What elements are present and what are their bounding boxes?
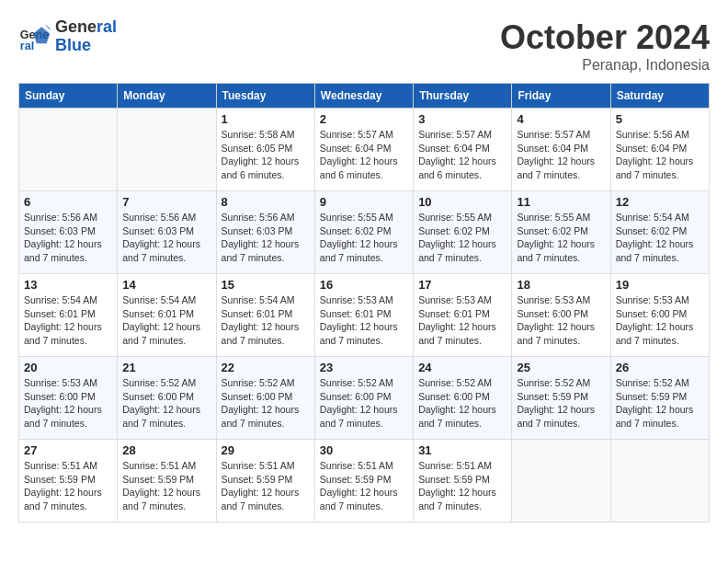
calendar-header-row: SundayMondayTuesdayWednesdayThursdayFrid… [19,84,710,109]
logo-line2: Blue [55,37,117,55]
day-number: 9 [320,195,408,209]
day-number: 5 [616,112,704,126]
week-row-3: 13Sunrise: 5:54 AM Sunset: 6:01 PM Dayli… [19,274,710,357]
day-detail: Sunrise: 5:55 AM Sunset: 6:02 PM Dayligh… [418,211,506,265]
day-detail: Sunrise: 5:52 AM Sunset: 6:00 PM Dayligh… [122,376,210,431]
day-detail: Sunrise: 5:52 AM Sunset: 6:00 PM Dayligh… [320,376,408,431]
day-number: 14 [122,278,210,292]
calendar-cell [118,109,216,191]
calendar-cell: 12Sunrise: 5:54 AM Sunset: 6:02 PM Dayli… [610,191,709,274]
calendar-cell: 5Sunrise: 5:56 AM Sunset: 6:04 PM Daylig… [610,109,709,191]
calendar-cell: 28Sunrise: 5:51 AM Sunset: 5:59 PM Dayli… [118,440,216,523]
day-detail: Sunrise: 5:53 AM Sunset: 6:00 PM Dayligh… [24,376,112,431]
day-number: 15 [222,278,310,292]
day-detail: Sunrise: 5:57 AM Sunset: 6:04 PM Dayligh… [320,128,408,182]
calendar-cell: 17Sunrise: 5:53 AM Sunset: 6:01 PM Dayli… [414,274,512,357]
day-header-sunday: Sunday [19,84,118,109]
day-detail: Sunrise: 5:56 AM Sunset: 6:03 PM Dayligh… [222,211,310,265]
day-detail: Sunrise: 5:52 AM Sunset: 6:00 PM Dayligh… [418,376,506,431]
day-detail: Sunrise: 5:51 AM Sunset: 5:59 PM Dayligh… [122,459,210,513]
location-subtitle: Peranap, Indonesia [500,57,710,74]
day-header-friday: Friday [512,84,610,109]
day-detail: Sunrise: 5:54 AM Sunset: 6:02 PM Dayligh… [616,211,704,265]
day-number: 13 [24,278,112,292]
day-number: 24 [418,361,506,374]
calendar-cell: 10Sunrise: 5:55 AM Sunset: 6:02 PM Dayli… [414,191,512,274]
day-number: 19 [616,278,704,292]
calendar-cell: 16Sunrise: 5:53 AM Sunset: 6:01 PM Dayli… [314,274,413,357]
day-detail: Sunrise: 5:52 AM Sunset: 5:59 PM Dayligh… [517,376,605,431]
day-detail: Sunrise: 5:52 AM Sunset: 6:00 PM Dayligh… [222,376,310,431]
day-number: 10 [418,195,506,209]
logo-line1: General [55,18,117,37]
day-header-thursday: Thursday [414,84,512,109]
day-number: 16 [320,278,408,292]
day-number: 20 [24,361,112,374]
day-number: 3 [418,112,506,126]
page-header: Gene ral General Blue October 2024 Peran… [18,18,710,74]
calendar-cell: 9Sunrise: 5:55 AM Sunset: 6:02 PM Daylig… [314,191,413,274]
week-row-2: 6Sunrise: 5:56 AM Sunset: 6:03 PM Daylig… [19,191,710,274]
day-header-tuesday: Tuesday [216,84,314,109]
day-detail: Sunrise: 5:55 AM Sunset: 6:02 PM Dayligh… [320,211,408,265]
calendar-cell: 27Sunrise: 5:51 AM Sunset: 5:59 PM Dayli… [19,440,118,523]
calendar-cell: 4Sunrise: 5:57 AM Sunset: 6:04 PM Daylig… [512,109,610,191]
calendar-cell: 7Sunrise: 5:56 AM Sunset: 6:03 PM Daylig… [118,191,216,274]
day-detail: Sunrise: 5:54 AM Sunset: 6:01 PM Dayligh… [122,293,210,348]
calendar-cell: 29Sunrise: 5:51 AM Sunset: 5:59 PM Dayli… [216,440,314,523]
logo-text: General Blue [55,18,117,55]
logo-icon: Gene ral [18,20,51,53]
day-header-saturday: Saturday [610,84,709,109]
day-number: 29 [222,443,310,457]
day-number: 8 [222,195,310,209]
calendar-cell: 2Sunrise: 5:57 AM Sunset: 6:04 PM Daylig… [314,109,413,191]
calendar-cell: 1Sunrise: 5:58 AM Sunset: 6:05 PM Daylig… [216,109,314,191]
calendar-cell: 3Sunrise: 5:57 AM Sunset: 6:04 PM Daylig… [414,109,512,191]
day-detail: Sunrise: 5:53 AM Sunset: 6:01 PM Dayligh… [320,293,408,348]
day-number: 22 [222,361,310,374]
calendar-cell: 11Sunrise: 5:55 AM Sunset: 6:02 PM Dayli… [512,191,610,274]
day-detail: Sunrise: 5:55 AM Sunset: 6:02 PM Dayligh… [517,211,605,265]
calendar-cell: 19Sunrise: 5:53 AM Sunset: 6:00 PM Dayli… [610,274,709,357]
day-number: 26 [616,361,704,374]
svg-text:ral: ral [20,40,34,52]
day-number: 28 [122,443,210,457]
logo: Gene ral General Blue [18,18,117,55]
month-title: October 2024 [500,18,710,57]
calendar-cell: 24Sunrise: 5:52 AM Sunset: 6:00 PM Dayli… [414,357,512,440]
day-detail: Sunrise: 5:51 AM Sunset: 5:59 PM Dayligh… [24,459,112,513]
day-number: 4 [517,112,605,126]
day-detail: Sunrise: 5:56 AM Sunset: 6:03 PM Dayligh… [122,211,210,265]
calendar-cell: 21Sunrise: 5:52 AM Sunset: 6:00 PM Dayli… [118,357,216,440]
calendar-cell: 31Sunrise: 5:51 AM Sunset: 5:59 PM Dayli… [414,440,512,523]
calendar-cell [19,109,118,191]
day-detail: Sunrise: 5:56 AM Sunset: 6:03 PM Dayligh… [24,211,112,265]
day-detail: Sunrise: 5:54 AM Sunset: 6:01 PM Dayligh… [222,293,310,348]
day-detail: Sunrise: 5:54 AM Sunset: 6:01 PM Dayligh… [24,293,112,348]
day-detail: Sunrise: 5:58 AM Sunset: 6:05 PM Dayligh… [222,128,310,182]
calendar-cell [610,440,709,523]
day-detail: Sunrise: 5:53 AM Sunset: 6:00 PM Dayligh… [517,293,605,348]
day-detail: Sunrise: 5:51 AM Sunset: 5:59 PM Dayligh… [418,459,506,513]
day-number: 6 [24,195,112,209]
day-header-monday: Monday [118,84,216,109]
day-detail: Sunrise: 5:51 AM Sunset: 5:59 PM Dayligh… [320,459,408,513]
day-number: 25 [517,361,605,374]
calendar-cell: 15Sunrise: 5:54 AM Sunset: 6:01 PM Dayli… [216,274,314,357]
calendar-cell: 13Sunrise: 5:54 AM Sunset: 6:01 PM Dayli… [19,274,118,357]
day-number: 31 [418,443,506,457]
day-number: 7 [122,195,210,209]
calendar-cell: 6Sunrise: 5:56 AM Sunset: 6:03 PM Daylig… [19,191,118,274]
day-number: 1 [222,112,310,126]
day-number: 17 [418,278,506,292]
day-detail: Sunrise: 5:56 AM Sunset: 6:04 PM Dayligh… [616,128,704,182]
day-number: 27 [24,443,112,457]
week-row-5: 27Sunrise: 5:51 AM Sunset: 5:59 PM Dayli… [19,440,710,523]
day-number: 21 [122,361,210,374]
day-detail: Sunrise: 5:51 AM Sunset: 5:59 PM Dayligh… [222,459,310,513]
calendar-cell: 22Sunrise: 5:52 AM Sunset: 6:00 PM Dayli… [216,357,314,440]
calendar-cell: 20Sunrise: 5:53 AM Sunset: 6:00 PM Dayli… [19,357,118,440]
title-area: October 2024 Peranap, Indonesia [500,18,710,74]
day-header-wednesday: Wednesday [314,84,413,109]
day-detail: Sunrise: 5:52 AM Sunset: 5:59 PM Dayligh… [616,376,704,431]
